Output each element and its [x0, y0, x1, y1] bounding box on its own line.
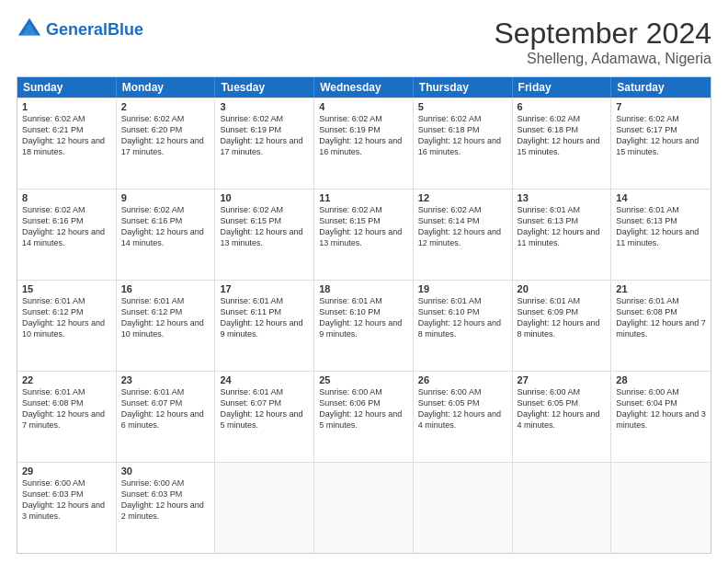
cell-5: 5 Sunrise: 6:02 AMSunset: 6:18 PMDayligh…: [414, 98, 513, 189]
cell-16: 16 Sunrise: 6:01 AMSunset: 6:12 PMDaylig…: [117, 281, 216, 371]
calendar-body: 1 Sunrise: 6:02 AMSunset: 6:21 PMDayligh…: [17, 98, 711, 553]
header: GeneralBlue September 2024 Shelleng, Ada…: [17, 17, 711, 67]
cal-row-5: 29 Sunrise: 6:00 AMSunset: 6:03 PMDaylig…: [17, 462, 711, 553]
cell-22: 22 Sunrise: 6:01 AMSunset: 6:08 PMDaylig…: [17, 372, 117, 462]
cell-empty-1: [215, 463, 314, 553]
cell-25: 25 Sunrise: 6:00 AMSunset: 6:06 PMDaylig…: [314, 372, 414, 462]
cell-12: 12 Sunrise: 6:02 AMSunset: 6:14 PMDaylig…: [414, 190, 513, 280]
cell-19: 19 Sunrise: 6:01 AMSunset: 6:10 PMDaylig…: [414, 281, 513, 371]
cal-row-1: 1 Sunrise: 6:02 AMSunset: 6:21 PMDayligh…: [17, 98, 711, 189]
calendar: Sunday Monday Tuesday Wednesday Thursday…: [17, 76, 711, 554]
cell-empty-4: [513, 463, 612, 553]
cell-29: 29 Sunrise: 6:00 AMSunset: 6:03 PMDaylig…: [17, 463, 117, 553]
cal-row-2: 8 Sunrise: 6:02 AMSunset: 6:16 PMDayligh…: [17, 189, 711, 280]
cell-24: 24 Sunrise: 6:01 AMSunset: 6:07 PMDaylig…: [215, 372, 314, 462]
cell-13: 13 Sunrise: 6:01 AMSunset: 6:13 PMDaylig…: [513, 190, 612, 280]
cell-empty-3: [414, 463, 513, 553]
cell-3: 3 Sunrise: 6:02 AMSunset: 6:19 PMDayligh…: [215, 98, 314, 189]
cell-1: 1 Sunrise: 6:02 AMSunset: 6:21 PMDayligh…: [17, 98, 117, 189]
cell-27: 27 Sunrise: 6:00 AMSunset: 6:05 PMDaylig…: [513, 372, 612, 462]
header-tuesday: Tuesday: [215, 77, 314, 98]
cal-row-3: 15 Sunrise: 6:01 AMSunset: 6:12 PMDaylig…: [17, 280, 711, 371]
cell-6: 6 Sunrise: 6:02 AMSunset: 6:18 PMDayligh…: [513, 98, 612, 189]
cell-14: 14 Sunrise: 6:01 AMSunset: 6:13 PMDaylig…: [611, 190, 711, 280]
cell-11: 11 Sunrise: 6:02 AMSunset: 6:15 PMDaylig…: [314, 190, 414, 280]
cell-28: 28 Sunrise: 6:00 AMSunset: 6:04 PMDaylig…: [611, 372, 711, 462]
cell-21: 21 Sunrise: 6:01 AMSunset: 6:08 PMDaylig…: [611, 281, 711, 371]
logo-text: GeneralBlue: [46, 21, 143, 38]
logo-icon: [17, 17, 42, 42]
title-block: September 2024 Shelleng, Adamawa, Nigeri…: [494, 17, 711, 67]
header-saturday: Saturday: [611, 77, 711, 98]
logo: GeneralBlue: [17, 17, 143, 42]
cell-4: 4 Sunrise: 6:02 AMSunset: 6:19 PMDayligh…: [314, 98, 414, 189]
cal-row-4: 22 Sunrise: 6:01 AMSunset: 6:08 PMDaylig…: [17, 371, 711, 462]
header-wednesday: Wednesday: [314, 77, 414, 98]
cell-17: 17 Sunrise: 6:01 AMSunset: 6:11 PMDaylig…: [215, 281, 314, 371]
cell-15: 15 Sunrise: 6:01 AMSunset: 6:12 PMDaylig…: [17, 281, 117, 371]
cell-9: 9 Sunrise: 6:02 AMSunset: 6:16 PMDayligh…: [117, 190, 216, 280]
calendar-header-row: Sunday Monday Tuesday Wednesday Thursday…: [17, 77, 711, 98]
cell-empty-2: [314, 463, 414, 553]
cell-7: 7 Sunrise: 6:02 AMSunset: 6:17 PMDayligh…: [611, 98, 711, 189]
cell-23: 23 Sunrise: 6:01 AMSunset: 6:07 PMDaylig…: [117, 372, 216, 462]
month-title: September 2024: [494, 17, 711, 51]
header-thursday: Thursday: [414, 77, 513, 98]
cell-empty-5: [611, 463, 711, 553]
cell-10: 10 Sunrise: 6:02 AMSunset: 6:15 PMDaylig…: [215, 190, 314, 280]
header-monday: Monday: [117, 77, 216, 98]
cell-18: 18 Sunrise: 6:01 AMSunset: 6:10 PMDaylig…: [314, 281, 414, 371]
cell-20: 20 Sunrise: 6:01 AMSunset: 6:09 PMDaylig…: [513, 281, 612, 371]
cell-8: 8 Sunrise: 6:02 AMSunset: 6:16 PMDayligh…: [17, 190, 117, 280]
page: GeneralBlue September 2024 Shelleng, Ada…: [0, 0, 728, 563]
header-sunday: Sunday: [17, 77, 117, 98]
cell-26: 26 Sunrise: 6:00 AMSunset: 6:05 PMDaylig…: [414, 372, 513, 462]
header-friday: Friday: [513, 77, 612, 98]
cell-30: 30 Sunrise: 6:00 AMSunset: 6:03 PMDaylig…: [117, 463, 216, 553]
location-subtitle: Shelleng, Adamawa, Nigeria: [494, 51, 711, 67]
cell-2: 2 Sunrise: 6:02 AMSunset: 6:20 PMDayligh…: [117, 98, 216, 189]
